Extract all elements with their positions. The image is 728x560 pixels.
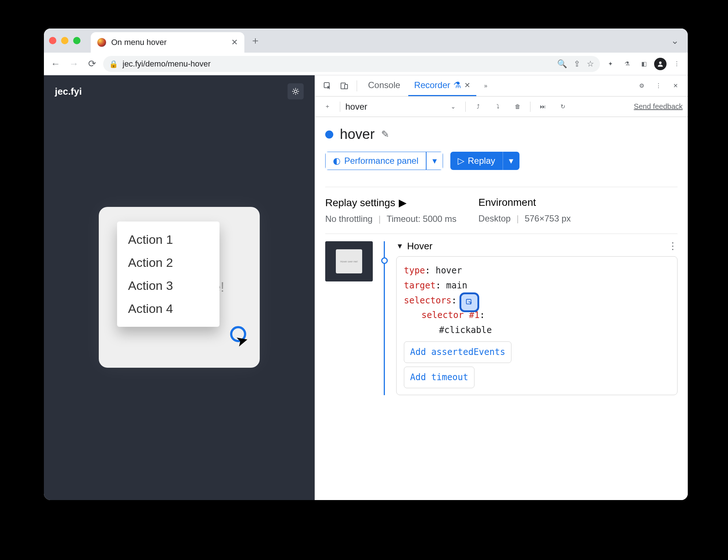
browser-tabstrip: On menu hover ✕ ＋ ⌄ <box>44 29 688 53</box>
page-content: jec.fyi Hover over me! Action 1 Action 2… <box>44 75 315 500</box>
browser-menu-icon[interactable]: ⋮ <box>670 57 683 71</box>
favicon-icon <box>97 38 106 47</box>
viewport-value: 576×753 px <box>525 213 571 224</box>
profile-avatar[interactable] <box>654 58 667 70</box>
svg-point-1 <box>294 90 297 92</box>
recording-title: hover <box>340 126 375 142</box>
new-tab-button[interactable]: ＋ <box>248 33 263 48</box>
menu-item[interactable]: Action 3 <box>117 274 219 297</box>
disclose-triangle-icon[interactable]: ▼ <box>396 242 404 250</box>
url-text: jec.fyi/demo/menu-hover <box>123 59 211 69</box>
timeout-value: Timeout: 5000 ms <box>387 214 457 224</box>
send-feedback-link[interactable]: Send feedback <box>634 102 683 111</box>
menu-item[interactable]: Action 1 <box>117 228 219 251</box>
close-tab-button[interactable]: ✕ <box>231 38 238 47</box>
step-title: Hover <box>407 241 432 252</box>
add-asserted-events-button[interactable]: Add assertedEvents <box>404 341 511 363</box>
share-icon[interactable]: ⇪ <box>574 59 580 69</box>
minimize-window-button[interactable] <box>61 37 68 44</box>
lock-icon: 🔒 <box>109 60 118 68</box>
bookmark-icon[interactable]: ☆ <box>587 59 594 69</box>
forward-button[interactable]: → <box>67 57 81 71</box>
step-thumbnail: Hover over me! <box>325 241 373 281</box>
edit-title-icon[interactable]: ✎ <box>381 129 389 140</box>
new-recording-icon[interactable]: ＋ <box>320 99 335 114</box>
step-details-card: type: hover target: main selectors: sele… <box>396 256 678 395</box>
maximize-window-button[interactable] <box>73 37 80 44</box>
device-value: Desktop <box>479 213 511 224</box>
performance-panel-button[interactable]: ◐ Performance panel ▾ <box>325 152 443 170</box>
export-upload-icon[interactable]: ⤴ <box>471 99 485 114</box>
replay-settings-header[interactable]: Replay settings ▶ <box>325 197 457 209</box>
svg-rect-4 <box>345 84 348 89</box>
labs-icon[interactable]: ⚗ <box>620 57 634 71</box>
recording-status-dot-icon <box>325 130 333 139</box>
environment-header: Environment <box>479 197 571 208</box>
replay-button[interactable]: ▷ Replay ▾ <box>450 152 519 170</box>
recording-select[interactable]: hover <box>345 102 440 112</box>
gauge-icon: ◐ <box>333 156 341 166</box>
close-devtools-icon[interactable]: ✕ <box>668 79 683 93</box>
play-icon: ▷ <box>458 156 464 166</box>
site-brand: jec.fyi <box>55 86 82 97</box>
window-controls <box>49 37 80 44</box>
add-timeout-button[interactable]: Add timeout <box>404 367 474 388</box>
menu-item[interactable]: Action 2 <box>117 251 219 274</box>
side-panel-icon[interactable]: ◧ <box>637 57 650 71</box>
close-window-button[interactable] <box>49 37 56 44</box>
tab-console[interactable]: Console <box>362 75 406 96</box>
tab-list-chevron-icon[interactable]: ⌄ <box>671 35 683 46</box>
timeline-node-icon[interactable] <box>381 257 388 264</box>
device-toggle-icon[interactable] <box>337 79 352 93</box>
step-menu-icon[interactable]: ⋮ <box>668 241 678 252</box>
zoom-icon[interactable]: 🔍 <box>557 59 567 69</box>
timeline-track <box>380 241 389 395</box>
delete-trash-icon[interactable]: 🗑 <box>510 99 525 114</box>
theme-toggle-button[interactable] <box>288 83 304 99</box>
refresh-play-icon[interactable]: ↻ <box>555 99 570 114</box>
devtools-toolbar: Console Recorder ⚗ ✕ » ⚙ ⋮ ✕ <box>315 75 688 97</box>
more-tabs-icon[interactable]: » <box>479 79 493 93</box>
replay-dropdown[interactable]: ▾ <box>503 152 519 170</box>
hover-menu: Action 1 Action 2 Action 3 Action 4 <box>117 222 219 327</box>
recording-dropdown-icon[interactable]: ⌄ <box>446 99 460 114</box>
browser-tab[interactable]: On menu hover ✕ <box>91 32 244 53</box>
svg-point-0 <box>659 61 662 64</box>
throttling-value: No throttling <box>325 214 372 224</box>
step-play-icon[interactable]: ⏭ <box>536 99 550 114</box>
tab-title: On menu hover <box>111 38 226 47</box>
recorder-toolbar: ＋ hover ⌄ ⤴ ⤵ 🗑 ⏭ ↻ Send feedback <box>315 97 688 117</box>
inspect-element-icon[interactable] <box>320 79 335 93</box>
devtools-panel: Console Recorder ⚗ ✕ » ⚙ ⋮ ✕ ＋ hover ⌄ <box>315 75 688 500</box>
omnibox[interactable]: 🔒 jec.fyi/demo/menu-hover 🔍 ⇪ ☆ <box>103 56 600 72</box>
selector-picker-button[interactable] <box>459 292 479 312</box>
reload-button[interactable]: ⟳ <box>85 57 100 71</box>
back-button[interactable]: ← <box>48 57 63 71</box>
selector-value: #clickable <box>439 325 492 335</box>
extensions-icon[interactable]: ✦ <box>604 57 617 71</box>
devtools-menu-icon[interactable]: ⋮ <box>651 79 666 93</box>
address-bar: ← → ⟳ 🔒 jec.fyi/demo/menu-hover 🔍 ⇪ ☆ ✦ … <box>44 53 688 75</box>
step-header[interactable]: ▼ Hover ⋮ <box>396 238 678 255</box>
import-download-icon[interactable]: ⤵ <box>491 99 505 114</box>
close-panel-icon[interactable]: ✕ <box>464 81 470 90</box>
chevron-right-icon: ▶ <box>399 197 407 209</box>
menu-item[interactable]: Action 4 <box>117 297 219 320</box>
flask-icon: ⚗ <box>453 80 461 90</box>
tab-recorder[interactable]: Recorder ⚗ ✕ <box>408 75 476 96</box>
performance-dropdown[interactable]: ▾ <box>426 152 443 170</box>
settings-gear-icon[interactable]: ⚙ <box>634 79 649 93</box>
